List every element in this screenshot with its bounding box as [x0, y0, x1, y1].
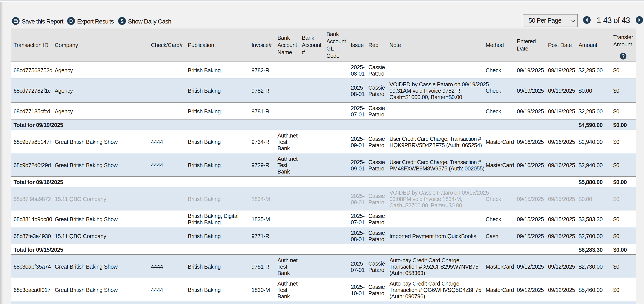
svg-text:$: $ [120, 18, 124, 24]
